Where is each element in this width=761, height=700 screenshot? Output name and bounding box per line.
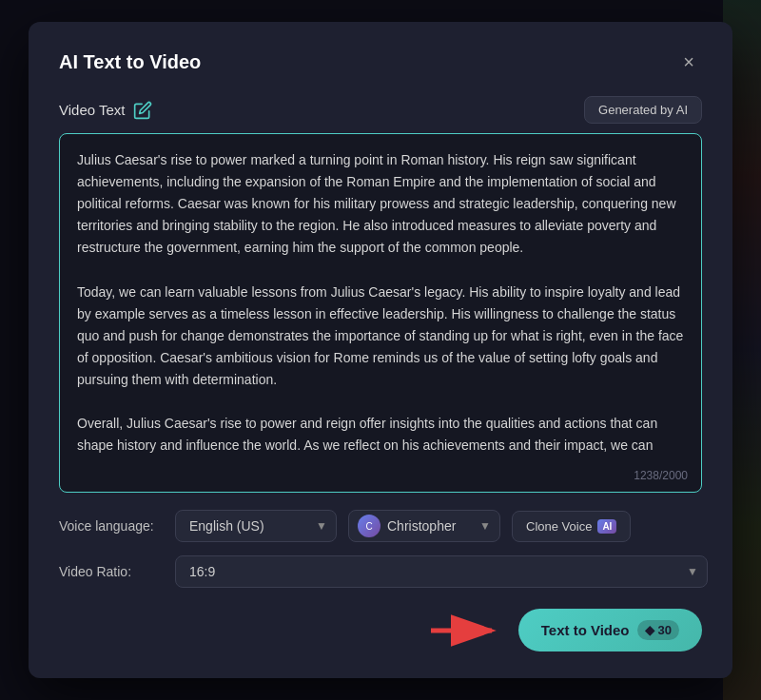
video-text-area-wrapper: 1238/2000 <box>59 133 702 493</box>
video-ratio-select[interactable]: 16:9 9:16 1:1 4:3 <box>175 555 708 588</box>
clone-voice-label: Clone Voice <box>526 519 592 534</box>
voice-language-row: Voice language: English (US) English (UK… <box>59 510 702 542</box>
arrow-indicator <box>427 612 503 650</box>
video-ratio-row: Video Ratio: 16:9 9:16 1:1 4:3 ▼ <box>59 555 702 588</box>
ai-text-to-video-modal: AI Text to Video × Video Text Generated … <box>29 22 732 678</box>
video-text-label: Video Text <box>59 102 126 118</box>
clone-voice-button[interactable]: Clone Voice AI <box>512 511 631 542</box>
clone-voice-ai-badge: AI <box>597 519 616 534</box>
edit-icon[interactable] <box>133 101 152 120</box>
modal-title: AI Text to Video <box>59 51 201 73</box>
video-ratio-label: Video Ratio: <box>59 564 164 579</box>
voice-language-label: Voice language: <box>59 518 164 534</box>
video-ratio-select-wrapper: 16:9 9:16 1:1 4:3 ▼ <box>175 555 708 588</box>
voice-select-wrapper: C Christopher David Sarah Emma ▼ <box>348 510 500 542</box>
modal-footer: Text to Video ◆ 30 <box>59 609 702 651</box>
video-text-section-header: Video Text Generated by AI <box>59 96 702 124</box>
credit-amount: 30 <box>658 623 672 637</box>
modal-header: AI Text to Video × <box>59 49 702 75</box>
text-to-video-button-label: Text to Video <box>541 622 630 638</box>
credit-badge: ◆ 30 <box>637 620 679 640</box>
close-button[interactable]: × <box>675 49 702 75</box>
char-count: 1238/2000 <box>634 469 688 482</box>
arrow-icon <box>427 612 503 650</box>
voice-select[interactable]: Christopher David Sarah Emma <box>348 510 500 542</box>
video-text-input[interactable] <box>77 149 684 454</box>
generated-by-ai-button[interactable]: Generated by AI <box>584 96 702 124</box>
video-text-label-group: Video Text <box>59 101 152 120</box>
text-to-video-button[interactable]: Text to Video ◆ 30 <box>518 609 702 651</box>
voice-language-select-wrapper: English (US) English (UK) Spanish French… <box>175 510 337 542</box>
voice-language-select[interactable]: English (US) English (UK) Spanish French… <box>175 510 337 542</box>
diamond-icon: ◆ <box>645 623 654 637</box>
